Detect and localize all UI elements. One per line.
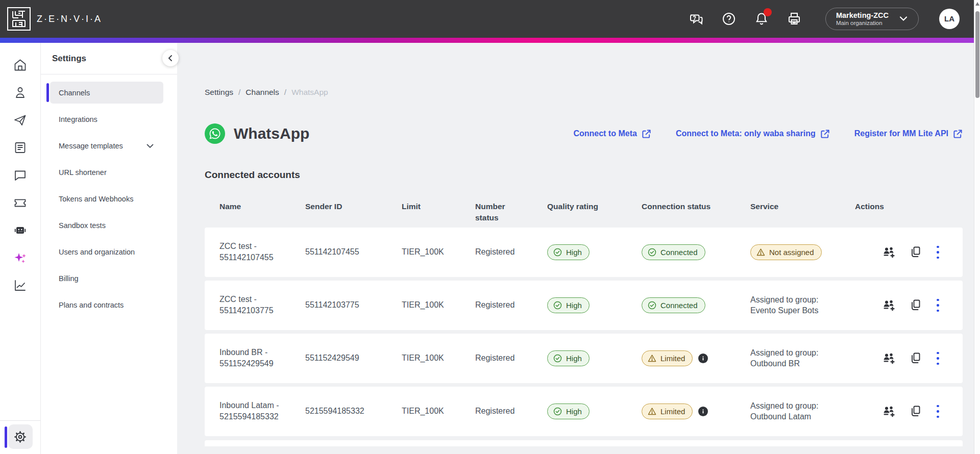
connection-badge: Connected xyxy=(642,244,705,260)
sidebar-title: Settings xyxy=(41,43,177,74)
ticket-icon[interactable] xyxy=(9,189,32,216)
table-row-partial xyxy=(205,440,963,446)
number-status: Registered xyxy=(475,246,547,258)
service-cell: Assigned to group: Evento Super Bots xyxy=(750,294,855,316)
kebab-menu-icon[interactable] xyxy=(935,351,941,366)
number-status: Registered xyxy=(475,299,547,311)
column-header-service: Service xyxy=(750,201,855,212)
page-title: WhatsApp xyxy=(234,125,309,142)
connect-to-meta-link[interactable]: Connect to Meta xyxy=(573,129,651,139)
sidebar-item-label: Channels xyxy=(59,89,90,97)
scrollbar-up-arrow[interactable] xyxy=(975,2,979,6)
quality-label: High xyxy=(566,247,582,258)
kebab-menu-icon[interactable] xyxy=(935,298,941,313)
kebab-menu-icon[interactable] xyxy=(935,404,941,419)
chat-question-icon[interactable] xyxy=(688,10,705,28)
connect-to-meta-waba-sharing-link[interactable]: Connect to Meta: only waba sharing xyxy=(676,129,830,139)
quality-badge: High xyxy=(547,403,590,419)
external-link-icon xyxy=(642,129,651,139)
check-circle-icon xyxy=(553,301,562,310)
manage-users-icon[interactable] xyxy=(881,405,897,418)
account-name: Inbound Latam - 5215594185332 xyxy=(205,400,305,423)
info-icon[interactable] xyxy=(698,354,708,363)
user-avatar[interactable]: LA xyxy=(939,9,960,29)
sidebar-item-message-templates[interactable]: Message templates xyxy=(50,135,163,157)
service-line2: Outbound BR xyxy=(750,358,848,369)
breadcrumb-channels[interactable]: Channels xyxy=(246,88,279,97)
connection-label: Limited xyxy=(660,353,685,364)
help-icon[interactable] xyxy=(720,10,738,28)
account-name: ZCC test - 551142103775 xyxy=(205,294,305,317)
number-status: Registered xyxy=(475,406,547,417)
warning-triangle-icon xyxy=(648,354,656,363)
sender-id: 551142107455 xyxy=(305,246,402,258)
scrollbar-thumb[interactable] xyxy=(975,11,979,98)
connection-badge: Limited xyxy=(642,350,693,366)
service-cell: Not assigned xyxy=(750,244,855,260)
kebab-menu-icon[interactable] xyxy=(935,245,941,260)
sidebar-item-label: Tokens and Webhooks xyxy=(59,195,133,203)
limit: TIER_100K xyxy=(402,406,475,417)
section-title: Connected accounts xyxy=(205,169,963,181)
register-mm-lite-api-link[interactable]: Register for MM Lite API xyxy=(854,129,963,139)
table-row: ZCC test - 551142107455 551142107455 TIE… xyxy=(205,228,963,277)
main-content: Settings / Channels / WhatsApp WhatsApp … xyxy=(177,43,974,454)
documents-icon[interactable] xyxy=(9,134,32,161)
number-status: Registered xyxy=(475,352,547,364)
limit: TIER_100K xyxy=(402,352,475,364)
chevron-down-icon xyxy=(145,141,155,151)
printer-icon[interactable] xyxy=(786,10,803,28)
copy-icon[interactable] xyxy=(909,298,922,312)
copy-icon[interactable] xyxy=(909,405,922,418)
chat-icon[interactable] xyxy=(9,161,32,189)
info-icon[interactable] xyxy=(698,407,708,416)
sidebar-item-sandbox-tests[interactable]: Sandbox tests xyxy=(50,214,163,236)
bot-icon[interactable] xyxy=(9,216,32,244)
quality-rating-cell: High xyxy=(547,244,642,260)
zenvia-logo[interactable]: Z·E·N·V·I·A xyxy=(7,7,102,31)
organization-sub-label: Main organization xyxy=(836,20,889,27)
send-icon[interactable] xyxy=(9,106,32,134)
link-label: Connect to Meta xyxy=(573,129,636,138)
contacts-icon[interactable] xyxy=(9,79,32,106)
notifications-bell-icon[interactable] xyxy=(753,10,770,28)
service-line1: Assigned to group: xyxy=(750,294,848,306)
sidebar-item-users-and-organization[interactable]: Users and organization xyxy=(50,241,163,263)
organization-selector[interactable]: Marketing-ZCC Main organization xyxy=(825,8,919,31)
connection-status-cell: Limited xyxy=(642,403,750,419)
copy-icon[interactable] xyxy=(909,351,922,365)
sidebar-item-integrations[interactable]: Integrations xyxy=(50,108,163,130)
limit: TIER_100K xyxy=(402,246,475,258)
gear-icon[interactable] xyxy=(8,424,33,449)
column-header-quality-rating: Quality rating xyxy=(547,201,642,212)
manage-users-icon[interactable] xyxy=(881,298,897,312)
breadcrumb-whatsapp: WhatsApp xyxy=(291,88,328,97)
manage-users-icon[interactable] xyxy=(881,351,897,365)
column-header-connection-status: Connection status xyxy=(642,201,750,212)
connection-status-cell: Limited xyxy=(642,350,750,366)
sidebar-item-tokens-and-webhooks[interactable]: Tokens and Webhooks xyxy=(50,188,163,210)
ai-sparkles-icon[interactable] xyxy=(9,244,32,271)
connection-status-cell: Connected xyxy=(642,297,750,313)
quality-badge: High xyxy=(547,350,590,366)
table-row: ZCC test - 551142103775 551142103775 TIE… xyxy=(205,281,963,330)
sidebar-item-billing[interactable]: Billing xyxy=(50,267,163,289)
page-scrollbar[interactable] xyxy=(974,0,980,454)
breadcrumb-settings[interactable]: Settings xyxy=(205,88,233,97)
sidebar-item-channels[interactable]: Channels xyxy=(50,82,163,104)
check-circle-icon xyxy=(648,248,656,257)
zenvia-logo-icon xyxy=(7,7,31,31)
brand-wordmark: Z·E·N·V·I·A xyxy=(37,14,102,24)
sidebar-item-url-shortener[interactable]: URL shortener xyxy=(50,161,163,183)
warning-triangle-icon xyxy=(756,248,765,257)
link-label: Register for MM Lite API xyxy=(854,129,948,138)
sidebar-collapse-button[interactable] xyxy=(162,50,179,66)
copy-icon[interactable] xyxy=(909,245,922,259)
sidebar-item-label: Message templates xyxy=(59,142,123,150)
analytics-icon[interactable] xyxy=(9,271,32,299)
sidebar-item-plans-and-contracts[interactable]: Plans and contracts xyxy=(50,294,163,316)
home-icon[interactable] xyxy=(9,51,32,79)
connection-label: Limited xyxy=(660,406,685,417)
manage-users-icon[interactable] xyxy=(881,245,897,259)
quality-rating-cell: High xyxy=(547,350,642,366)
